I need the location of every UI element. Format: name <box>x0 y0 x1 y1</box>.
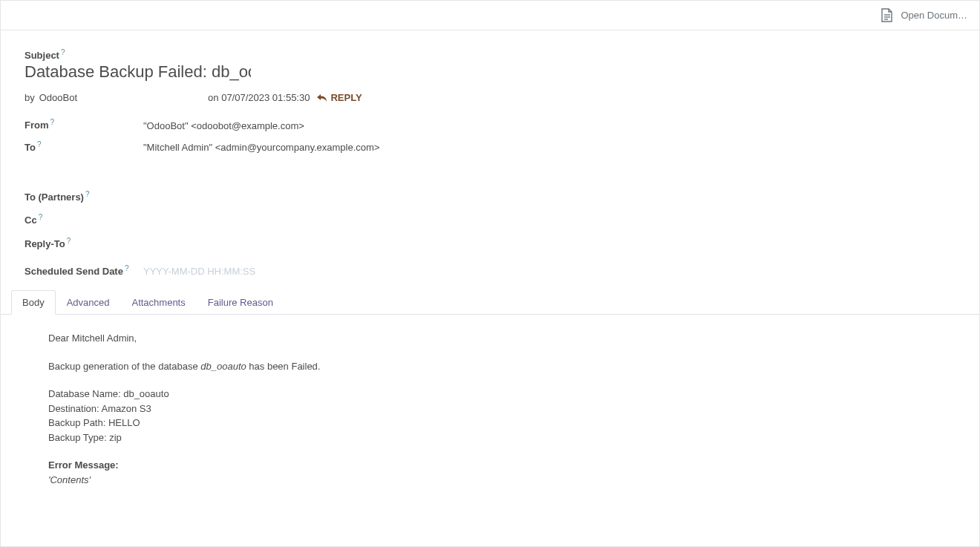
to-row: To? "Mitchell Admin" <admin@yourcompany.… <box>24 140 956 153</box>
author-value: OdooBot <box>39 92 77 103</box>
help-icon[interactable]: ? <box>67 237 71 245</box>
subject-value[interactable]: Database Backup Failed: db_ooaut <box>24 62 251 82</box>
document-icon <box>880 7 895 24</box>
topbar: Open Docum… <box>1 1 979 30</box>
reply-icon <box>317 94 327 102</box>
help-icon[interactable]: ? <box>50 118 55 126</box>
meta-row: by OdooBot on 07/07/2023 01:55:30 REPLY <box>24 92 956 103</box>
summary-line: Backup generation of the database db_ooa… <box>48 359 932 374</box>
reply-button[interactable]: REPLY <box>317 92 362 103</box>
help-icon[interactable]: ? <box>39 213 43 221</box>
error-block: Error Message: 'Contents' <box>48 458 932 487</box>
help-icon[interactable]: ? <box>85 190 90 198</box>
form-content: Subject? Database Backup Failed: db_ooau… <box>1 30 979 546</box>
on-datetime: on 07/07/2023 01:55:30 <box>208 92 310 103</box>
scheduled-send-label: Scheduled Send Date? <box>24 264 128 277</box>
help-icon[interactable]: ? <box>61 48 65 56</box>
to-partners-row: To (Partners)? <box>24 190 956 203</box>
by-label: by <box>24 92 35 103</box>
help-icon[interactable]: ? <box>37 140 42 148</box>
destination-line: Destination: Amazon S3 <box>48 402 932 416</box>
subject-field: Subject? Database Backup Failed: db_ooau… <box>24 48 956 82</box>
from-row: From? "OdooBot" <odoobot@example.com> <box>24 118 956 131</box>
body-content: Dear Mitchell Admin, Backup generation o… <box>24 315 956 503</box>
cc-row: Cc? <box>24 213 956 226</box>
from-label: From? <box>24 118 54 131</box>
open-document-label: Open Docum… <box>901 10 967 21</box>
to-partners-label: To (Partners)? <box>24 190 90 203</box>
help-icon[interactable]: ? <box>125 264 129 272</box>
from-value[interactable]: "OdooBot" <odoobot@example.com> <box>143 120 304 131</box>
scheduled-send-row: Scheduled Send Date? <box>24 264 956 277</box>
reply-to-row: Reply-To? <box>24 237 956 249</box>
error-value: 'Contents' <box>48 473 932 488</box>
reply-to-label: Reply-To? <box>24 237 71 249</box>
error-label: Error Message: <box>48 458 932 473</box>
greeting: Dear Mitchell Admin, <box>48 331 932 346</box>
backup-path-line: Backup Path: HELLO <box>48 416 932 430</box>
subject-label: Subject? <box>24 48 65 61</box>
email-form-container: Open Docum… Subject? Database Backup Fai… <box>0 0 980 547</box>
tab-attachments[interactable]: Attachments <box>120 290 196 315</box>
tab-advanced[interactable]: Advanced <box>56 290 121 315</box>
tab-failure-reason[interactable]: Failure Reason <box>197 290 284 315</box>
to-value[interactable]: "Mitchell Admin" <admin@yourcompany.exam… <box>143 142 379 153</box>
cc-label: Cc? <box>24 213 42 226</box>
open-document-button[interactable]: Open Docum… <box>880 7 967 24</box>
to-label: To? <box>24 140 41 153</box>
tabs: Body Advanced Attachments Failure Reason <box>1 290 979 315</box>
tab-body[interactable]: Body <box>11 290 56 315</box>
backup-type-line: Backup Type: zip <box>48 430 932 445</box>
info-block: Database Name: db_ooauto Destination: Am… <box>48 387 932 445</box>
scheduled-send-input[interactable] <box>143 266 307 277</box>
db-name-line: Database Name: db_ooauto <box>48 387 932 402</box>
